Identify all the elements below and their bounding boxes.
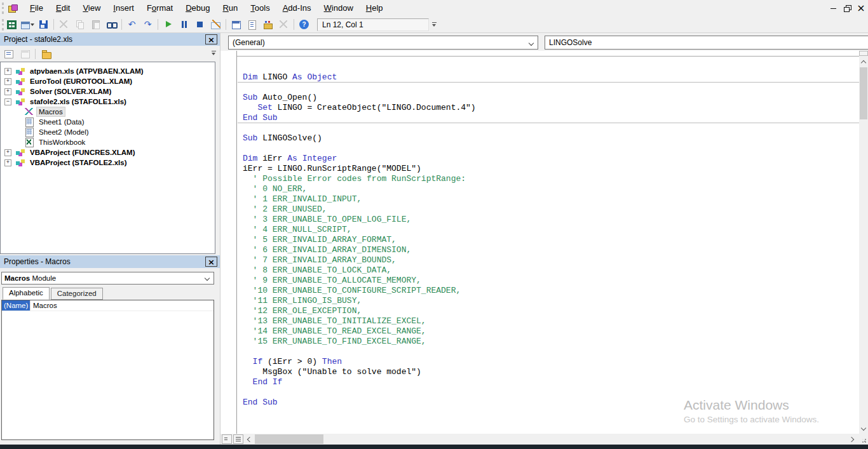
project-explorer-button[interactable] <box>228 18 244 32</box>
menu-item-view[interactable]: View <box>76 0 107 17</box>
tree-item[interactable]: +VBAProject (STAFOLE2.xls) <box>1 157 215 168</box>
properties-panel-close-button[interactable] <box>205 257 217 267</box>
tab-categorized[interactable]: Categorized <box>51 288 103 300</box>
expand-icon[interactable]: + <box>4 78 11 85</box>
property-row[interactable]: (Name) Macros <box>2 300 214 311</box>
redo-button[interactable] <box>140 18 156 32</box>
property-name-cell[interactable]: (Name) <box>2 300 30 311</box>
property-value-cell[interactable]: Macros <box>30 300 214 311</box>
menu-item-debug[interactable]: Debug <box>179 0 216 17</box>
undo-button[interactable] <box>124 18 140 32</box>
full-module-view-button[interactable] <box>233 434 243 444</box>
cut-button[interactable] <box>56 18 72 32</box>
tree-item[interactable]: Sheet2 (Model) <box>1 127 215 137</box>
properties-panel-header[interactable]: Properties - Macros <box>0 255 220 268</box>
break-button[interactable] <box>176 18 192 32</box>
expand-icon[interactable]: + <box>4 159 11 166</box>
menu-item-file[interactable]: File <box>24 0 50 17</box>
tree-item-label[interactable]: EuroTool (EUROTOOL.XLAM) <box>28 77 134 86</box>
tree-item-label[interactable]: Macros <box>37 107 65 116</box>
properties-window-button[interactable] <box>244 18 260 32</box>
reset-button[interactable] <box>192 18 208 32</box>
design-mode-button[interactable] <box>208 18 224 32</box>
menu-item-insert[interactable]: Insert <box>107 0 140 17</box>
code-top-rule <box>220 56 859 57</box>
tree-item[interactable]: +Solver (SOLVER.XLAM) <box>1 86 215 97</box>
insert-userform-button[interactable] <box>20 18 36 32</box>
tree-item-label[interactable]: Sheet2 (Model) <box>37 128 91 137</box>
object-selector-dropdown[interactable]: Macros Module <box>1 272 214 285</box>
tree-item[interactable]: ThisWorkbook <box>1 137 215 147</box>
view-object-button[interactable] <box>18 47 33 60</box>
collapse-icon[interactable]: − <box>4 98 11 105</box>
view-code-button[interactable] <box>1 47 17 60</box>
margin-indicator-bar[interactable] <box>220 51 237 434</box>
tab-alphabetic[interactable]: Alphabetic <box>3 287 50 300</box>
tree-item-label[interactable]: ThisWorkbook <box>37 138 87 147</box>
split-handle[interactable] <box>859 51 868 56</box>
menu-item-window[interactable]: Window <box>318 0 360 17</box>
toolbox-button[interactable] <box>276 18 292 32</box>
expand-icon[interactable]: + <box>4 149 11 156</box>
help-button[interactable] <box>296 18 312 32</box>
horizontal-scrollbar[interactable] <box>254 434 847 445</box>
menu-item-format[interactable]: Format <box>140 0 179 17</box>
menu-item-edit[interactable]: Edit <box>50 0 76 17</box>
toolbar-overflow-button[interactable] <box>430 18 438 32</box>
scroll-up-button[interactable] <box>859 57 868 66</box>
close-button[interactable] <box>854 0 868 17</box>
object-dropdown[interactable]: (General) <box>228 36 538 50</box>
code-line: End Sub <box>238 398 859 408</box>
view-excel-button[interactable] <box>4 18 20 32</box>
tree-item[interactable]: +atpvbaen.xls (ATPVBAEN.XLAM) <box>1 66 215 76</box>
tree-item[interactable]: Macros <box>1 107 215 117</box>
menu-item-run[interactable]: Run <box>216 0 244 17</box>
menubar-grip[interactable] <box>2 3 4 14</box>
code-line <box>238 123 859 133</box>
scroll-left-button[interactable] <box>243 434 254 445</box>
resize-grip[interactable] <box>857 434 868 445</box>
vertical-scrollbar[interactable] <box>859 51 868 434</box>
horizontal-scrollbar-row <box>220 434 868 445</box>
vertical-scrollbar-thumb[interactable] <box>860 67 867 119</box>
chevron-down-icon <box>861 425 866 430</box>
project-panel-close-button[interactable] <box>205 34 217 44</box>
toggle-folders-button[interactable] <box>39 47 54 60</box>
procedure-dropdown[interactable]: LINGOSolve <box>545 36 868 50</box>
paste-button[interactable] <box>88 18 104 32</box>
tree-item-label[interactable]: Sheet1 (Data) <box>37 117 86 126</box>
restore-button[interactable] <box>840 0 854 17</box>
cut-icon <box>58 20 69 29</box>
properties-panel: Properties - Macros Macros Module Alphab… <box>0 255 220 445</box>
menu-item-help[interactable]: Help <box>360 0 390 17</box>
tree-item[interactable]: +EuroTool (EUROTOOL.XLAM) <box>1 76 215 86</box>
project-panel-header[interactable]: Project - stafole2.xls <box>0 33 220 46</box>
find-button[interactable] <box>104 18 119 32</box>
menu-item-tools[interactable]: Tools <box>244 0 276 17</box>
tree-item[interactable]: Sheet1 (Data) <box>1 117 215 127</box>
scroll-down-button[interactable] <box>859 424 868 433</box>
tree-item[interactable]: −stafole2.xls (STAFOLE1.xls) <box>1 97 215 107</box>
horizontal-scrollbar-thumb[interactable] <box>255 434 323 444</box>
copy-button[interactable] <box>72 18 88 32</box>
tree-item-label[interactable]: VBAProject (FUNCRES.XLAM) <box>28 148 137 157</box>
project-explorer-panel: Project - stafole2.xls +atpvbaen.xls (AT… <box>0 33 220 255</box>
save-button[interactable] <box>36 18 51 32</box>
tree-item-label[interactable]: atpvbaen.xls (ATPVBAEN.XLAM) <box>28 67 146 76</box>
project-toolbar-overflow-button[interactable] <box>210 46 217 60</box>
reset-icon <box>194 20 205 29</box>
tree-item-label[interactable]: stafole2.xls (STAFOLE1.xls) <box>28 97 128 106</box>
menu-item-addins[interactable]: Add-Ins <box>276 0 318 17</box>
minimize-button[interactable] <box>826 0 840 17</box>
expand-icon[interactable]: + <box>4 68 11 75</box>
expand-icon[interactable]: + <box>4 88 11 95</box>
tree-item-label[interactable]: Solver (SOLVER.XLAM) <box>28 87 113 96</box>
run-sub-button[interactable] <box>160 18 176 32</box>
procedure-view-button[interactable] <box>222 434 232 444</box>
help-icon <box>299 20 309 29</box>
object-browser-button[interactable] <box>260 18 276 32</box>
scroll-right-button[interactable] <box>847 434 857 445</box>
code-editor[interactable]: Dim LINGO As ObjectSub Auto_Open() Set L… <box>220 51 859 434</box>
tree-item[interactable]: +VBAProject (FUNCRES.XLAM) <box>1 147 215 157</box>
tree-item-label[interactable]: VBAProject (STAFOLE2.xls) <box>28 158 129 167</box>
